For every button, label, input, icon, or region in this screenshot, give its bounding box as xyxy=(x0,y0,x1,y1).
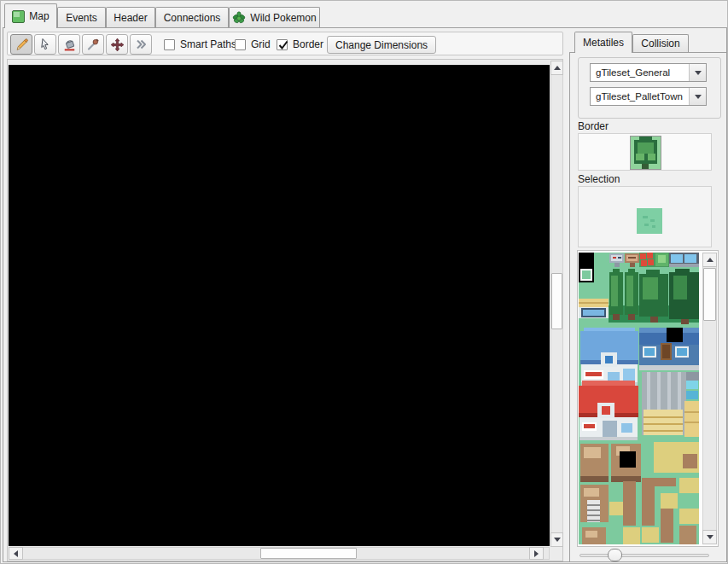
arrow-right-icon xyxy=(534,550,539,557)
pointer-tool-button[interactable] xyxy=(34,34,56,55)
change-dimensions-button[interactable]: Change Dimensions xyxy=(327,36,436,54)
pencil-tool-button[interactable] xyxy=(10,34,32,55)
tileset-vscroll-thumb[interactable] xyxy=(703,268,716,321)
tab-events-label: Events xyxy=(66,12,97,24)
dropdown-arrow-icon xyxy=(695,95,702,99)
tab-metatiles[interactable]: Metatiles xyxy=(574,32,632,53)
border-checkbox-box[interactable] xyxy=(277,39,288,50)
primary-tileset-dropdown-button[interactable] xyxy=(689,64,706,81)
secondary-tileset-value: gTileset_PalletTown xyxy=(591,91,689,102)
map-hscroll-thumb[interactable] xyxy=(260,548,357,559)
grid-checkbox[interactable]: Grid xyxy=(235,32,271,56)
smart-paths-checkbox[interactable]: Smart Paths xyxy=(164,32,236,56)
map-canvas[interactable] xyxy=(9,65,550,546)
tab-connections-label: Connections xyxy=(164,12,221,24)
selection-section-label: Selection xyxy=(578,173,620,185)
eyedropper-icon xyxy=(86,38,100,51)
pencil-icon xyxy=(15,38,29,52)
tab-events[interactable]: Events xyxy=(57,7,106,27)
shift-chevrons-icon xyxy=(134,38,148,51)
tab-collision[interactable]: Collision xyxy=(632,34,689,52)
border-checkbox[interactable]: Border xyxy=(277,32,323,56)
arrow-up-icon xyxy=(554,66,561,70)
map-vscroll-down-button[interactable] xyxy=(550,532,563,547)
tab-map-label: Map xyxy=(29,10,49,22)
move-tool-button[interactable] xyxy=(106,34,128,55)
map-vscroll-up-button[interactable] xyxy=(550,61,563,75)
eyedropper-tool-button[interactable] xyxy=(82,34,104,55)
map-toolbar: Smart Paths Grid Border Change Dimension… xyxy=(7,32,563,55)
map-tab-icon xyxy=(12,10,25,23)
border-checkbox-label: Border xyxy=(293,38,323,50)
map-vscroll-thumb[interactable] xyxy=(551,273,562,329)
arrow-left-icon xyxy=(14,550,18,557)
border-section-label: Border xyxy=(578,120,609,132)
tileset-zoom-slider-handle[interactable] xyxy=(608,549,622,561)
wild-pokemon-plant-icon xyxy=(232,11,246,25)
arrow-down-icon xyxy=(707,535,713,539)
pointer-cursor-icon xyxy=(38,38,52,51)
primary-tileset-combobox[interactable]: gTileset_General xyxy=(590,63,707,82)
secondary-tileset-combobox[interactable]: gTileset_PalletTown xyxy=(590,87,707,106)
check-icon xyxy=(277,39,289,51)
grid-checkbox-box[interactable] xyxy=(235,39,246,50)
dropdown-arrow-icon xyxy=(695,71,702,75)
tileset-zoom-slider-track[interactable] xyxy=(579,554,709,557)
border-metatile-preview[interactable] xyxy=(630,136,661,170)
bucket-fill-icon xyxy=(62,38,77,52)
selected-metatile-preview xyxy=(637,208,662,234)
shift-tool-button[interactable] xyxy=(130,34,152,55)
grid-label: Grid xyxy=(251,38,271,50)
smart-paths-label: Smart Paths xyxy=(180,38,236,50)
smart-paths-checkbox-box[interactable] xyxy=(164,39,175,50)
map-hscroll-right-button[interactable] xyxy=(529,547,544,560)
move-arrows-icon xyxy=(110,38,125,52)
tab-header[interactable]: Header xyxy=(106,7,155,27)
tileset-picker-canvas[interactable] xyxy=(579,253,699,544)
tab-map[interactable]: Map xyxy=(4,3,57,28)
secondary-tileset-dropdown-button[interactable] xyxy=(689,88,706,105)
map-editor-window: Map Events Header Connections Wild Pokem… xyxy=(0,0,728,564)
map-hscroll-left-button[interactable] xyxy=(9,547,23,560)
tab-wild-pokemon-label: Wild Pokemon xyxy=(250,12,316,24)
tab-wild-pokemon[interactable]: Wild Pokemon xyxy=(229,7,320,27)
arrow-up-icon xyxy=(707,258,713,262)
tab-header-label: Header xyxy=(114,12,147,24)
tileset-vscroll-up-button[interactable] xyxy=(702,253,717,267)
tileset-vscroll-down-button[interactable] xyxy=(702,530,717,544)
bucket-fill-tool-button[interactable] xyxy=(58,34,80,55)
primary-tileset-value: gTileset_General xyxy=(591,67,689,78)
arrow-down-icon xyxy=(554,538,561,542)
tab-connections[interactable]: Connections xyxy=(155,7,229,27)
